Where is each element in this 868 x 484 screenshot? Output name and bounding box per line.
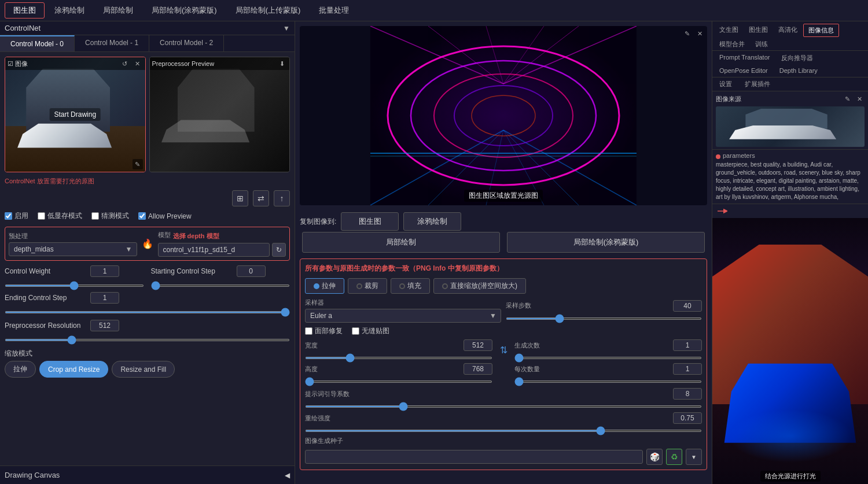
source-img-controls: ✎ ✕: [682, 28, 705, 39]
ending-step-slider[interactable]: [5, 311, 290, 313]
right-extra-tab-0[interactable]: 设置: [715, 79, 737, 90]
copy-btn-1[interactable]: 涂鸦绘制: [403, 212, 461, 231]
action-btns-row: ⊞ ⇄ ↑: [5, 190, 290, 206]
action-btn-3[interactable]: ↑: [274, 190, 290, 206]
right-tab-0[interactable]: 文生图: [715, 24, 743, 37]
source-image-container[interactable]: ✎ ✕ 图生图区域放置光源图: [300, 26, 707, 205]
image-close-btn[interactable]: ✕: [133, 58, 143, 69]
action-btn-1[interactable]: ⊞: [232, 190, 248, 206]
top-nav-tab-4[interactable]: 局部绘制(上传蒙版): [227, 2, 310, 19]
weight-step-row: Control Weight 1 Starting Control Step 0: [5, 265, 290, 289]
params-dot: [716, 154, 720, 159]
preprocessor-download-btn[interactable]: ⬇: [277, 58, 287, 69]
right-img-bg: [712, 218, 868, 484]
image-reset-btn[interactable]: ↺: [120, 58, 130, 69]
preproc-res-section: Preprocessor Resolution 512: [5, 320, 290, 343]
cfg-slider[interactable]: [305, 405, 702, 408]
image-panel-left[interactable]: ☑ 图像 ↺ ✕ Start Drawing ✎: [5, 57, 146, 172]
width-slider[interactable]: [305, 357, 492, 359]
model-tab-1[interactable]: Control Model - 1: [75, 35, 149, 51]
action-btn-2[interactable]: ⇄: [253, 190, 269, 206]
seamless-tile-checkbox[interactable]: 无缝贴图: [352, 326, 389, 336]
seed-recycle-btn[interactable]: ♻: [666, 449, 682, 465]
allow-preview-checkbox[interactable]: Allow Preview: [138, 212, 192, 220]
right-image-source: 图像来源 ✎ ✕: [712, 91, 868, 150]
seed-dice-btn[interactable]: 🎲: [646, 449, 663, 465]
ending-step-row: Ending Control Step 1: [5, 292, 290, 304]
scale-btn-fill[interactable]: Resize and Fill: [112, 361, 175, 378]
copy-btn-2[interactable]: 局部绘制: [302, 232, 500, 253]
face-repair-checkbox[interactable]: 面部修复: [305, 326, 343, 336]
right-tab-1[interactable]: 图生图: [744, 24, 773, 37]
copy-btn-3[interactable]: 局部绘制(涂鸦蒙版): [507, 232, 705, 253]
radio-fill[interactable]: 填充: [391, 278, 430, 294]
seed-input[interactable]: 1112038971: [305, 450, 643, 464]
right-subtab-1[interactable]: 反向推导器: [777, 53, 818, 64]
right-subtab-3[interactable]: Depth Library: [775, 66, 822, 75]
cfg-value: 8: [673, 388, 702, 400]
radio-stretch[interactable]: 拉伸: [305, 278, 344, 294]
top-nav-tab-1[interactable]: 涂鸦绘制: [46, 2, 93, 19]
swap-icon[interactable]: ⇅: [499, 343, 509, 357]
model-select[interactable]: control_v11f1p_sd15_d: [158, 243, 270, 257]
top-nav-tab-3[interactable]: 局部绘制(涂鸦蒙版): [143, 2, 226, 19]
right-tabs: 文生图 图生图 高清化 图像信息 模型合并 训练: [712, 21, 868, 51]
model-refresh-btn[interactable]: ↻: [272, 243, 286, 257]
source-close-btn[interactable]: ✕: [694, 28, 705, 39]
control-weight-row: Control Weight 1: [5, 265, 144, 277]
neon-scene-svg: [300, 26, 707, 205]
seed-down-btn[interactable]: ▼: [686, 449, 702, 465]
top-nav-tab-0[interactable]: 图生图: [5, 2, 45, 19]
preproc-res-slider[interactable]: [5, 339, 290, 341]
model-tab-2[interactable]: Control Model - 2: [149, 35, 224, 51]
source-edit-btn[interactable]: ✎: [682, 28, 692, 39]
right-extra-tab-1[interactable]: 扩展插件: [740, 79, 775, 90]
seed-section: 图像生成种子 1112038971 🎲 ♻ ▼: [305, 437, 702, 465]
right-subtab-0[interactable]: Prompt Translator: [715, 53, 774, 64]
controlnet-title: ControlNet: [5, 24, 41, 32]
right-tab-4[interactable]: 模型合并: [715, 38, 749, 50]
image-panels-row: ☑ 图像 ↺ ✕ Start Drawing ✎: [5, 57, 290, 172]
copy-btn-0[interactable]: 图生图: [341, 212, 399, 231]
height-value: 768: [464, 363, 492, 375]
top-nav-tab-5[interactable]: 批量处理: [310, 2, 358, 19]
sampler-select[interactable]: Euler a: [305, 309, 501, 323]
control-weight-value: 1: [90, 265, 119, 277]
depth-shapes: [150, 57, 290, 172]
enable-checkbox[interactable]: 启用: [5, 211, 28, 221]
radio-latent[interactable]: 直接缩放(潜空间放大): [433, 278, 526, 294]
preprocessor-label: 预处理: [9, 232, 137, 241]
control-weight-slider[interactable]: [5, 285, 144, 287]
right-source-close-btn[interactable]: ✕: [854, 94, 865, 104]
height-slider[interactable]: [305, 380, 492, 383]
top-nav-tab-2[interactable]: 局部绘制: [94, 2, 142, 19]
low-vram-checkbox[interactable]: 低显存模式: [38, 211, 82, 221]
steps-slider[interactable]: [506, 317, 702, 320]
preprocessor-select[interactable]: depth_midas: [9, 242, 137, 256]
building-shape: [26, 69, 110, 132]
wh-row: 宽度 512 ⇅ 生成次数 1: [305, 339, 702, 361]
right-tab-3[interactable]: 图像信息: [803, 24, 839, 37]
starting-step-slider[interactable]: [151, 285, 290, 287]
batch-count-slider[interactable]: [514, 357, 702, 359]
radio-dot-crop: [356, 283, 362, 289]
denoising-slider[interactable]: [305, 430, 702, 432]
controlnet-hint: ControlNet 放置需要打光的原图: [5, 177, 290, 186]
drawing-canvas-row[interactable]: Drawing Canvas ◀: [0, 465, 295, 484]
model-row: 预处理 depth_midas ▼ 🔥 模型 选择 depth 模型: [5, 227, 290, 261]
model-tab-0[interactable]: Control Model - 0: [0, 35, 75, 51]
right-tab-5[interactable]: 训练: [751, 38, 773, 50]
batch-size-slider[interactable]: [514, 380, 702, 383]
edit-btn[interactable]: ✎: [133, 159, 143, 169]
right-source-edit-btn[interactable]: ✎: [842, 94, 852, 104]
image-panel-preprocessor[interactable]: Preprocessor Preview ⬇: [149, 57, 290, 172]
right-subtab-2[interactable]: OpenPose Editor: [715, 66, 773, 75]
radio-crop[interactable]: 裁剪: [348, 278, 387, 294]
scale-btn-crop[interactable]: Crop and Resize: [39, 361, 108, 378]
guess-mode-checkbox[interactable]: 猜测模式: [91, 211, 129, 221]
right-tab-2[interactable]: 高清化: [774, 24, 802, 37]
drawing-canvas-arrow: ◀: [285, 471, 290, 479]
steps-section: 采样步数 40: [506, 300, 702, 322]
preproc-res-row: Preprocessor Resolution 512: [5, 320, 290, 331]
scale-btn-stretch[interactable]: 拉伸: [5, 361, 36, 378]
